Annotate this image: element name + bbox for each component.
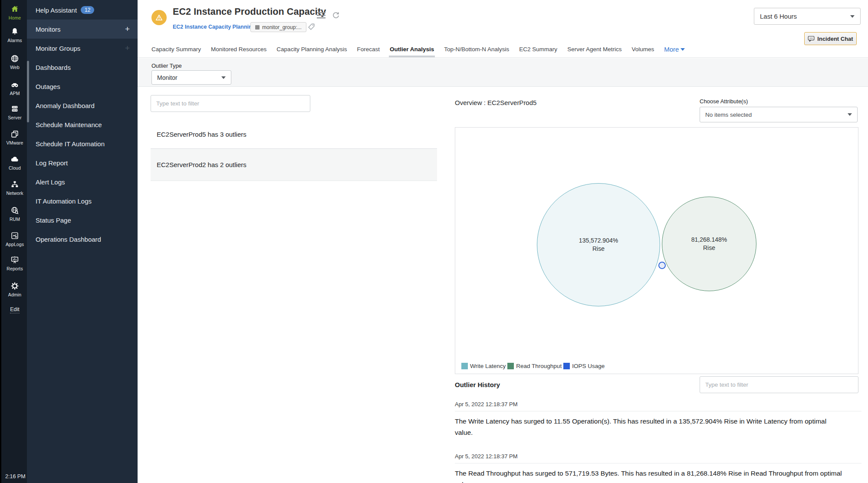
home-icon bbox=[10, 4, 20, 14]
tags-icon[interactable] bbox=[307, 23, 316, 33]
tab-server-agent-metrics[interactable]: Server Agent Metrics bbox=[567, 41, 621, 57]
sidebar-item-dashboards[interactable]: Dashboards bbox=[27, 58, 138, 77]
tab-top-n-bottom-n-analysis[interactable]: Top-N/Bottom-N Analysis bbox=[444, 41, 509, 57]
cloud-icon bbox=[10, 154, 20, 164]
sidebar-item-operations-dashboard[interactable]: Operations Dashboard bbox=[27, 230, 138, 249]
refresh-icon[interactable] bbox=[332, 11, 340, 22]
sidebar-item-outages[interactable]: Outages bbox=[27, 77, 138, 96]
sidebar-item-status-page[interactable]: Status Page bbox=[27, 210, 138, 230]
sidebar-item-label: Schedule IT Automation bbox=[36, 140, 105, 148]
tab-more-label: More bbox=[664, 46, 679, 53]
outlier-type-value: Monitor bbox=[157, 74, 178, 81]
rail-label: Server bbox=[8, 115, 22, 120]
rail-label: Home bbox=[9, 15, 21, 20]
sidebar-item-label: Schedule Maintenance bbox=[36, 121, 102, 128]
sidebar-item-label: Anomaly Dashboard bbox=[36, 102, 95, 109]
tab-forecast[interactable]: Forecast bbox=[357, 41, 380, 57]
chevron-down-icon bbox=[848, 113, 852, 116]
time-range-value: Last 6 Hours bbox=[760, 13, 797, 20]
rail-label: Cloud bbox=[9, 165, 21, 171]
sidebar-item-label: Operations Dashboard bbox=[36, 236, 101, 243]
sidebar-item-label: Log Report bbox=[36, 159, 68, 167]
legend-swatch-write-latency bbox=[461, 363, 468, 369]
rail-item-vmware[interactable]: VMware bbox=[1, 129, 28, 145]
legend-label: Read Throughput bbox=[516, 363, 562, 369]
history-entry-timestamp: Apr 5, 2022 12:18:37 PM bbox=[455, 453, 518, 460]
sidebar-item-label: Alert Logs bbox=[36, 178, 65, 186]
icon-rail: Home Alarms Web APM Server VMware Cloud bbox=[0, 0, 27, 483]
apm-binoculars-icon bbox=[10, 80, 20, 89]
tab-volumes[interactable]: Volumes bbox=[631, 41, 654, 57]
history-entry-text: The Write Latency has surged to 11.55 Op… bbox=[455, 416, 845, 438]
divider bbox=[455, 411, 861, 411]
reports-board-icon bbox=[10, 255, 20, 265]
overview-title: Overview : EC2ServerProd5 bbox=[455, 99, 536, 106]
time-range-select[interactable]: Last 6 Hours bbox=[754, 8, 861, 25]
sidebar-item-label: Status Page bbox=[36, 217, 71, 224]
divider bbox=[455, 463, 861, 463]
outlier-history-filter-input[interactable] bbox=[700, 376, 858, 393]
rail-item-web[interactable]: Web bbox=[1, 54, 28, 70]
sidebar-item-label: Help Assistant bbox=[36, 7, 77, 14]
sidebar-item-log-report[interactable]: Log Report bbox=[27, 153, 138, 172]
rail-item-home[interactable]: Home bbox=[1, 4, 28, 20]
rail-item-admin[interactable]: Admin bbox=[1, 281, 28, 297]
bubble-write-latency[interactable]: 135,572.904% Rise bbox=[537, 183, 660, 306]
add-monitor-plus-icon[interactable]: + bbox=[125, 24, 130, 34]
rail-item-alarms[interactable]: Alarms bbox=[1, 27, 28, 43]
rail-item-network[interactable]: Network bbox=[1, 180, 28, 196]
rail-item-reports[interactable]: Reports bbox=[1, 255, 28, 271]
sidebar-item-help-assistant[interactable]: Help Assistant12 bbox=[27, 0, 138, 20]
tab-bar: Capacity Summary Monitored Resources Cap… bbox=[138, 41, 868, 58]
sidebar-menu: Help Assistant12 Monitors+ Monitor Group… bbox=[27, 0, 138, 483]
tab-capacity-summary[interactable]: Capacity Summary bbox=[151, 41, 201, 57]
outlier-list-item-ec2serverprod2[interactable]: EC2ServerProd2 has 2 outliers bbox=[151, 148, 437, 181]
tab-monitored-resources[interactable]: Monitored Resources bbox=[211, 41, 266, 57]
hamburger-menu-icon[interactable] bbox=[317, 12, 326, 20]
rail-item-cloud[interactable]: Cloud bbox=[1, 154, 28, 171]
outlier-list-filter-input[interactable] bbox=[151, 95, 310, 112]
choose-attributes-select[interactable]: No items selected bbox=[700, 107, 858, 122]
rail-item-rum[interactable]: RUM bbox=[1, 206, 28, 222]
tag-chip-label: monitor_group:... bbox=[262, 24, 302, 30]
applogs-icon bbox=[10, 231, 20, 240]
rail-label: RUM bbox=[10, 217, 20, 222]
sidebar-item-it-automation-logs[interactable]: IT Automation Logs bbox=[27, 191, 138, 210]
bubble-rise-label: Rise bbox=[703, 244, 715, 252]
sidebar-item-alert-logs[interactable]: Alert Logs bbox=[27, 172, 138, 191]
sidebar-item-schedule-it-automation[interactable]: Schedule IT Automation bbox=[27, 134, 138, 153]
server-stack-icon bbox=[10, 104, 20, 114]
vmware-layers-icon bbox=[10, 129, 20, 139]
legend-swatch-read-throughput bbox=[507, 363, 514, 369]
bubble-read-throughput[interactable]: 81,268.148% Rise bbox=[662, 197, 756, 291]
sidebar-item-schedule-maintenance[interactable]: Schedule Maintenance bbox=[27, 115, 138, 134]
sidebar-item-anomaly-dashboard[interactable]: Anomaly Dashboard bbox=[27, 96, 138, 115]
tab-more[interactable]: More bbox=[664, 46, 685, 53]
outlier-type-select[interactable]: Monitor bbox=[151, 70, 231, 85]
sidebar-item-monitor-groups[interactable]: Monitor Groups+ bbox=[27, 39, 138, 58]
sidebar-item-label: Outages bbox=[36, 83, 60, 90]
choose-attributes-label: Choose Attribute(s) bbox=[700, 98, 748, 105]
monitor-group-tag-chip[interactable]: monitor_group:... bbox=[250, 22, 306, 32]
rail-item-applogs[interactable]: AppLogs bbox=[1, 231, 28, 247]
outlier-history-title: Outlier History bbox=[455, 381, 500, 388]
web-globe-icon bbox=[10, 54, 20, 63]
tab-ec2-summary[interactable]: EC2 Summary bbox=[519, 41, 557, 57]
monitor-status-warning-icon bbox=[151, 10, 167, 25]
app-root: Home Alarms Web APM Server VMware Cloud bbox=[0, 0, 868, 483]
tab-capacity-planning-analysis[interactable]: Capacity Planning Analysis bbox=[276, 41, 347, 57]
rail-item-server[interactable]: Server bbox=[1, 104, 28, 120]
rail-label: Web bbox=[10, 65, 20, 70]
bubble-value-label: 135,572.904% bbox=[579, 237, 618, 245]
main-content: EC2 Instance Production Capacity EC2 Ins… bbox=[138, 0, 868, 483]
breadcrumb-monitor-group-link[interactable]: EC2 Instance Capacity Planning bbox=[173, 24, 255, 30]
rail-item-apm[interactable]: APM bbox=[1, 80, 28, 96]
add-monitor-group-plus-icon[interactable]: + bbox=[125, 43, 130, 53]
sidebar-item-monitors[interactable]: Monitors+ bbox=[27, 20, 138, 39]
bubble-iops-usage[interactable] bbox=[658, 262, 666, 269]
tab-outlier-analysis[interactable]: Outlier Analysis bbox=[390, 41, 434, 57]
edit-link[interactable]: Edit bbox=[1, 306, 28, 312]
outlier-list-item-ec2serverprod5[interactable]: EC2ServerProd5 has 3 outliers bbox=[151, 120, 437, 148]
choose-attributes-value: No items selected bbox=[705, 112, 752, 118]
page-title: EC2 Instance Production Capacity bbox=[173, 7, 326, 17]
